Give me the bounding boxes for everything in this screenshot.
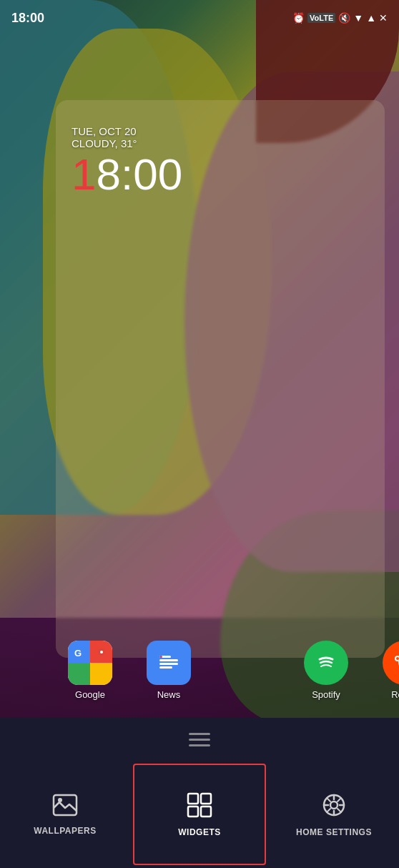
bottom-nav: WALLPAPERS WIDGETS: [0, 761, 399, 868]
status-icons: ⏰ VoLTE 🔇 ▼ ▲ ✕: [292, 12, 388, 24]
svg-point-11: [312, 649, 340, 676]
signal-icon: ▲: [366, 12, 376, 24]
nav-widgets-label: WIDGETS: [178, 827, 221, 837]
svg-line-38: [327, 809, 330, 812]
nav-wallpapers[interactable]: WALLPAPERS: [0, 761, 130, 868]
app-reddit[interactable]: 🏳 Reddit: [379, 641, 399, 700]
google-cell-2: [90, 641, 112, 663]
spotify-icon: [304, 641, 348, 685]
time-display: 1 8:00: [72, 152, 182, 197]
google-cell-1: G: [68, 641, 90, 663]
svg-marker-4: [98, 671, 105, 678]
h-line-1: [189, 733, 210, 735]
svg-line-37: [338, 798, 341, 802]
google-icon: G: [68, 641, 112, 685]
news-icon: [147, 641, 191, 685]
svg-line-36: [338, 809, 341, 812]
svg-rect-28: [201, 807, 211, 817]
google-cell-3: [68, 663, 90, 685]
svg-line-35: [327, 798, 330, 802]
mute-icon: 🔇: [338, 12, 350, 24]
wifi-icon: ▼: [353, 12, 363, 24]
svg-rect-8: [159, 663, 178, 665]
svg-rect-10: [159, 656, 162, 658]
reddit-icon: 🏳: [383, 641, 399, 685]
alarm-icon: ⏰: [292, 12, 305, 24]
google-cell-4: [90, 663, 112, 685]
app-reddit-label: Reddit: [391, 689, 399, 700]
svg-point-2: [100, 651, 103, 654]
weather-text: CLOUDY, 31°: [72, 137, 182, 149]
nav-widgets[interactable]: WIDGETS: [133, 764, 266, 865]
widgets-icon: [187, 792, 212, 822]
svg-rect-26: [201, 794, 211, 804]
home-settings-icon: [321, 792, 347, 822]
battery-icon: ✕: [379, 12, 388, 24]
svg-rect-7: [159, 659, 178, 661]
app-google[interactable]: G Google: [64, 641, 116, 700]
app-spotify-label: Spotify: [312, 689, 340, 700]
hamburger-area: [0, 718, 399, 761]
hamburger-menu: [189, 733, 210, 746]
nav-home-settings-label: HOME SETTINGS: [296, 827, 372, 837]
wallpapers-icon: [52, 794, 78, 820]
datetime-widget: TUE, OCT 20 CLOUDY, 31° 1 8:00: [72, 125, 182, 197]
h-line-2: [189, 739, 210, 741]
time-white: 8:00: [96, 152, 182, 197]
status-time: 18:00: [11, 11, 44, 26]
app-news[interactable]: News: [143, 641, 194, 700]
nav-wallpapers-label: WALLPAPERS: [34, 826, 96, 836]
bottom-bar: WALLPAPERS WIDGETS: [0, 718, 399, 868]
volte-icon: VoLTE: [307, 13, 335, 23]
svg-point-24: [58, 798, 62, 802]
status-bar: 18:00 ⏰ VoLTE 🔇 ▼ ▲ ✕: [0, 0, 399, 36]
app-spotify[interactable]: Spotify: [300, 641, 352, 700]
app-news-label: News: [157, 689, 181, 700]
svg-text:G: G: [74, 648, 82, 657]
app-google-label: Google: [75, 689, 105, 700]
app-row: G Google News: [64, 641, 399, 700]
nav-home-settings[interactable]: HOME SETTINGS: [269, 761, 399, 868]
svg-rect-3: [76, 671, 83, 678]
h-line-3: [189, 744, 210, 746]
svg-point-30: [330, 802, 338, 809]
time-red: 1: [72, 152, 96, 197]
svg-rect-25: [188, 794, 198, 804]
date-text: TUE, OCT 20: [72, 125, 182, 137]
svg-rect-27: [188, 807, 198, 817]
svg-rect-9: [159, 666, 172, 669]
